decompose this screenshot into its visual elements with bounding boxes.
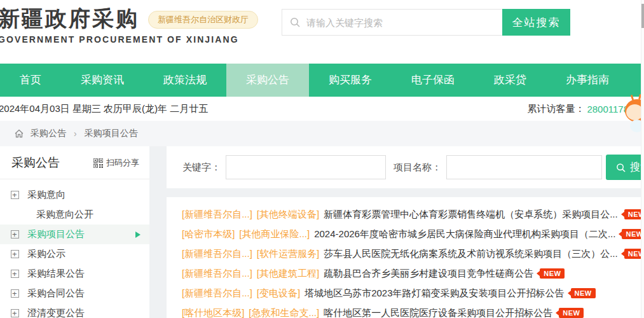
page: 新疆政府采购 新疆维吾尔自治区财政厅 GOVERNMENT PROCUREMEN… (0, 0, 644, 318)
breadcrumb-level1[interactable]: 采购公告 (31, 128, 66, 139)
region-tag[interactable]: [哈密市本级] (182, 228, 235, 240)
category-tag[interactable]: [软件运营服务] (257, 248, 319, 260)
main-area: 关键字： 项目名称： 搜索 [新疆维吾尔自...] [其他终端设备] 新疆体育彩… (167, 146, 644, 318)
expand-icon[interactable] (11, 270, 19, 278)
nav-item-guide[interactable]: 办事指南 (546, 64, 629, 97)
site-search: 全站搜索 (282, 9, 570, 36)
expand-icon[interactable] (11, 230, 19, 238)
visitor-counter: 累计访客量： 28001178 (527, 103, 629, 115)
content: 采购公告 扫码分享 采购意向 采购意向公开 采购项目公告 (0, 146, 644, 318)
breadcrumb: 采购公告 › 采购项目公告 (0, 121, 644, 146)
search-icon (616, 163, 626, 172)
new-badge: NEW (540, 268, 565, 279)
scrollbar-thumb[interactable] (641, 4, 644, 28)
scrollbar[interactable] (641, 0, 644, 318)
list-item[interactable]: [新疆维吾尔自...] [变电设备] 塔城地区乌苏市2023年路灯箱变采购及安装… (182, 286, 644, 300)
sidebar-item-label: 采购项目公告 (27, 228, 85, 240)
nav-item-purchase-services[interactable]: 购买服务 (309, 64, 392, 97)
category-tag[interactable]: [其他商业保险...] (239, 228, 310, 240)
announcement-title[interactable]: 塔城地区乌苏市2023年路灯箱变采购及安装项目公开招标公告 (305, 287, 564, 300)
nav-item-news[interactable]: 采购资讯 (61, 64, 144, 97)
nav-item-policy[interactable]: 政策法规 (144, 64, 226, 97)
sidebar-item-label: 采购合同公告 (27, 287, 85, 300)
sidebar-item-intent-disclosure[interactable]: 采购意向公开 (0, 205, 149, 225)
site-search-input[interactable] (282, 9, 502, 36)
new-badge: NEW (559, 308, 584, 318)
sidebar-menu: 采购意向 采购意向公开 采购项目公告 采购公示 采购结果公告 (0, 179, 149, 318)
expand-icon[interactable] (11, 309, 19, 317)
breadcrumb-level2[interactable]: 采购项目公告 (85, 128, 138, 139)
sidebar-item-contract-announcements[interactable]: 采购合同公告 (0, 284, 149, 303)
category-tag[interactable]: [其他终端设备] (257, 209, 319, 221)
expand-icon[interactable] (11, 250, 19, 258)
region-tag[interactable]: [新疆维吾尔自...] (182, 287, 252, 300)
sidebar-item-result-announcements[interactable]: 采购结果公告 (0, 264, 149, 284)
site-title: 新疆政府采购 (0, 6, 139, 31)
active-arrow-icon (135, 232, 140, 238)
sidebar-title: 采购公告 (11, 155, 60, 171)
sidebar-item-label: 采购结果公告 (27, 268, 85, 280)
expand-icon[interactable] (11, 289, 19, 298)
sidebar-header: 采购公告 扫码分享 (0, 146, 149, 179)
announcement-title[interactable]: 2024-2026年度哈密市城乡居民大病保险商业代理机构采购项目（二次... (314, 228, 615, 240)
sidebar-item-project-announcements[interactable]: 采购项目公告 (0, 225, 149, 244)
qr-share-button[interactable]: 扫码分享 (93, 157, 139, 169)
region-tag[interactable]: [新疆维吾尔自...] (182, 209, 252, 221)
logo: 新疆政府采购 新疆维吾尔自治区财政厅 GOVERNMENT PROCUREMEN… (0, 6, 258, 45)
site-search-button[interactable]: 全站搜索 (502, 9, 570, 36)
announcement-title[interactable]: 新疆体育彩票管理中心体育彩票销售终端机（安卓系统）采购项目公... (324, 209, 618, 221)
main-nav: 首页 采购资讯 政策法规 采购公告 购买服务 电子保函 政采贷 办事指南 代理机… (0, 64, 644, 97)
visitor-label: 累计访客量： (527, 103, 584, 115)
category-tag[interactable]: [变电设备] (257, 287, 300, 300)
list-item[interactable]: [喀什地区本级] [急救和生命支...] 喀什地区第一人民医院医疗设备采购项目公… (182, 306, 644, 318)
new-badge: NEW (571, 288, 596, 298)
announcement-list: [新疆维吾尔自...] [其他终端设备] 新疆体育彩票管理中心体育彩票销售终端机… (167, 197, 644, 318)
list-item[interactable]: [新疆维吾尔自...] [软件运营服务] 莎车县人民医院无纸化病案系统及术前访视… (182, 247, 644, 261)
region-tag[interactable]: [新疆维吾尔自...] (182, 268, 252, 280)
nav-item-e-guarantee[interactable]: 电子保函 (392, 64, 474, 97)
list-item[interactable]: [新疆维吾尔自...] [其他终端设备] 新疆体育彩票管理中心体育彩票销售终端机… (182, 207, 644, 221)
authority-badge: 新疆维吾尔自治区财政厅 (148, 11, 258, 29)
announcement-title[interactable]: 喀什地区第一人民医院医疗设备采购项目公开招标公告 (324, 307, 552, 318)
nav-item-home[interactable]: 首页 (0, 64, 61, 97)
nav-item-procurement-loan[interactable]: 政采贷 (474, 64, 546, 97)
info-bar: 2024年04月03日 星期三 农历甲辰(龙)年 二月廿五 累计访客量： 280… (0, 97, 644, 121)
project-name-label: 项目名称： (394, 162, 441, 174)
project-name-input[interactable] (446, 155, 602, 179)
keyword-input[interactable] (226, 155, 386, 179)
qr-share-label: 扫码分享 (106, 157, 139, 169)
announcement-title[interactable]: 莎车县人民医院无纸化病案系统及术前访视系统采购项目（三次）公... (324, 248, 618, 260)
sidebar-item-label: 澄清变更公告 (27, 307, 85, 318)
keyword-label: 关键字： (182, 162, 221, 174)
list-item[interactable]: [新疆维吾尔自...] [其他建筑工程] 疏勒县巴合齐乡美丽乡村建设项目竞争性磋… (182, 266, 644, 280)
region-tag[interactable]: [新疆维吾尔自...] (182, 248, 252, 260)
sidebar-item-label: 采购意向 (27, 189, 65, 201)
sidebar-item-label: 采购意向公开 (36, 209, 93, 221)
expand-icon[interactable] (11, 191, 19, 199)
home-icon[interactable] (14, 128, 24, 139)
header: 新疆政府采购 新疆维吾尔自治区财政厅 GOVERNMENT PROCUREMEN… (0, 0, 644, 64)
filter-search-button[interactable]: 搜索 (606, 155, 644, 180)
announcement-title[interactable]: 疏勒县巴合齐乡美丽乡村建设项目竞争性磋商公告 (324, 268, 533, 280)
nav-item-announcements[interactable]: 采购公告 (226, 64, 309, 97)
sidebar-item-procurement-intent[interactable]: 采购意向 (0, 185, 149, 205)
region-tag[interactable]: [喀什地区本级] (182, 307, 244, 318)
category-tag[interactable]: [其他建筑工程] (257, 268, 319, 280)
sidebar-item-clarification-announcements[interactable]: 澄清变更公告 (0, 303, 149, 318)
sidebar-item-procurement-publicity[interactable]: 采购公示 (0, 244, 149, 264)
list-item[interactable]: [哈密市本级] [其他商业保险...] 2024-2026年度哈密市城乡居民大病… (182, 227, 644, 241)
breadcrumb-separator: › (74, 128, 77, 139)
category-tag[interactable]: [急救和生命支...] (249, 307, 319, 318)
date-text: 2024年04月03日 星期三 农历甲辰(龙)年 二月廿五 (0, 103, 208, 115)
sidebar: 采购公告 扫码分享 采购意向 采购意向公开 采购项目公告 (0, 146, 149, 318)
qr-code-icon (93, 158, 103, 168)
sidebar-item-label: 采购公示 (27, 248, 65, 260)
filter-panel: 关键字： 项目名称： 搜索 (167, 146, 644, 188)
site-subtitle: GOVERNMENT PROCUREMENT OF XINJIANG (0, 34, 258, 45)
search-icon (290, 17, 300, 27)
